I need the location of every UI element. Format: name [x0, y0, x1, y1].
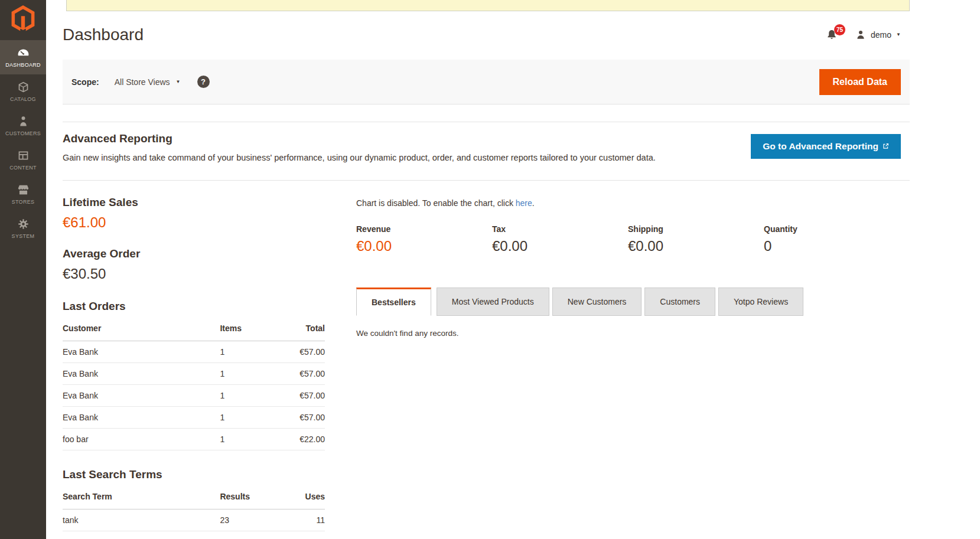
stores-shop-icon	[17, 184, 30, 196]
customer-cell: foo bar	[63, 429, 220, 450]
column-header[interactable]: Uses	[281, 488, 325, 509]
sidebar-item-catalog[interactable]: CATALOG	[0, 74, 46, 109]
results-cell: 23	[220, 509, 280, 531]
sidebar-item-label: CATALOG	[10, 96, 36, 102]
customer-cell: Eva Bank	[63, 363, 220, 385]
column-header[interactable]: Customer	[63, 320, 220, 341]
items-cell: 1	[220, 341, 280, 363]
revenue-value: €0.00	[356, 238, 492, 254]
column-header[interactable]: Search Term	[63, 488, 220, 509]
customer-cell: Eva Bank	[63, 341, 220, 363]
tab-yotpo-reviews[interactable]: Yotpo Reviews	[718, 288, 803, 316]
last-search-terms-table: Search Term Results Uses tank 23 11	[63, 488, 325, 531]
total-cell: €57.00	[281, 363, 325, 385]
average-order-title: Average Order	[63, 247, 325, 260]
chart-disabled-text: Chart is disabled. To enable the chart, …	[356, 198, 516, 208]
help-icon[interactable]: ?	[197, 76, 210, 88]
empty-records-message: We couldn't find any records.	[356, 329, 910, 338]
external-link-icon	[883, 141, 889, 152]
main-content: Dashboard 75 demo ▼ Scope: All Store Vie…	[46, 0, 980, 531]
uses-cell: 11	[281, 509, 325, 531]
store-view-switcher[interactable]: All Store Views ▼	[115, 77, 181, 87]
total-cell: €57.00	[281, 341, 325, 363]
column-header[interactable]: Results	[220, 488, 280, 509]
dashboard-gauge-icon	[17, 47, 30, 59]
tab-most-viewed-products[interactable]: Most Viewed Products	[437, 288, 549, 316]
content-page-icon	[17, 149, 30, 162]
quantity-total: Quantity 0	[764, 224, 900, 254]
admin-sidebar: DASHBOARD CATALOG CUSTOMERS CONTENT STOR…	[0, 0, 46, 539]
notification-banner	[66, 0, 910, 11]
sidebar-item-stores[interactable]: STORES	[0, 177, 46, 211]
customers-person-icon	[17, 115, 30, 128]
sidebar-item-dashboard[interactable]: DASHBOARD	[0, 40, 46, 74]
table-row[interactable]: Eva Bank 1 €57.00	[63, 385, 325, 407]
totals-row: Revenue €0.00 Tax €0.00 Shipping €0.00 Q…	[356, 224, 910, 254]
items-cell: 1	[220, 363, 280, 385]
last-search-terms-title: Last Search Terms	[63, 468, 325, 481]
quantity-value: 0	[764, 238, 900, 254]
search-term-cell: tank	[63, 509, 220, 531]
table-header-row: Customer Items Total	[63, 320, 325, 341]
total-cell: €22.00	[281, 429, 325, 450]
enable-chart-link[interactable]: here	[516, 198, 532, 208]
chevron-down-icon: ▼	[176, 80, 181, 84]
sidebar-item-label: CUSTOMERS	[5, 130, 41, 136]
table-row[interactable]: tank 23 11	[63, 509, 325, 531]
user-avatar-icon	[855, 30, 866, 40]
user-menu[interactable]: demo ▼	[855, 30, 901, 40]
notification-count-badge: 75	[834, 24, 845, 35]
dashboard-right-column: Chart is disabled. To enable the chart, …	[356, 196, 910, 531]
dashboard-grid: Lifetime Sales €61.00 Average Order €30.…	[63, 196, 910, 531]
scope-label: Scope:	[71, 77, 99, 87]
sidebar-item-customers[interactable]: CUSTOMERS	[0, 109, 46, 143]
total-cell: €57.00	[281, 385, 325, 407]
sidebar-item-content[interactable]: CONTENT	[0, 143, 46, 177]
username: demo	[871, 30, 891, 40]
table-row[interactable]: Eva Bank 1 €57.00	[63, 363, 325, 385]
magento-logo-icon	[11, 5, 35, 35]
table-row[interactable]: Eva Bank 1 €57.00	[63, 407, 325, 429]
system-gear-icon	[17, 218, 30, 230]
scope-toolbar: Scope: All Store Views ▼ ? Reload Data	[63, 60, 910, 104]
average-order-value: €30.50	[63, 266, 325, 282]
customer-cell: Eva Bank	[63, 385, 220, 407]
chart-disabled-notice: Chart is disabled. To enable the chart, …	[356, 198, 910, 208]
sidebar-item-label: DASHBOARD	[5, 62, 41, 68]
sidebar-item-label: STORES	[12, 199, 35, 205]
table-row[interactable]: foo bar 1 €22.00	[63, 429, 325, 450]
reload-data-button[interactable]: Reload Data	[819, 69, 901, 95]
tax-total: Tax €0.00	[492, 224, 628, 254]
page-header: Dashboard 75 demo ▼	[63, 11, 910, 60]
dashboard-tabs: Bestsellers Most Viewed Products New Cus…	[356, 288, 910, 316]
sidebar-item-label: SYSTEM	[12, 233, 35, 239]
page-title: Dashboard	[63, 25, 144, 44]
advanced-reporting-section: Advanced Reporting Gain new insights and…	[63, 122, 910, 181]
revenue-label: Revenue	[356, 224, 492, 234]
notifications-button[interactable]: 75	[826, 29, 838, 41]
lifetime-sales-title: Lifetime Sales	[63, 196, 325, 209]
tab-new-customers[interactable]: New Customers	[552, 288, 642, 316]
column-header[interactable]: Items	[220, 320, 280, 341]
last-orders-table: Customer Items Total Eva Bank 1 €57.00 E…	[63, 320, 325, 450]
sidebar-item-system[interactable]: SYSTEM	[0, 211, 46, 246]
go-to-advanced-reporting-button[interactable]: Go to Advanced Reporting	[751, 134, 901, 159]
sidebar-item-label: CONTENT	[9, 165, 37, 171]
tab-bestsellers[interactable]: Bestsellers	[356, 288, 431, 316]
quantity-label: Quantity	[764, 224, 900, 234]
table-header-row: Search Term Results Uses	[63, 488, 325, 509]
shipping-total: Shipping €0.00	[628, 224, 764, 254]
lifetime-sales-value: €61.00	[63, 214, 325, 231]
items-cell: 1	[220, 385, 280, 407]
chevron-down-icon: ▼	[896, 32, 901, 37]
tab-customers[interactable]: Customers	[644, 288, 715, 316]
shipping-value: €0.00	[628, 238, 764, 254]
items-cell: 1	[220, 407, 280, 429]
total-cell: €57.00	[281, 407, 325, 429]
shipping-label: Shipping	[628, 224, 764, 234]
column-header[interactable]: Total	[281, 320, 325, 341]
store-view-value: All Store Views	[115, 77, 170, 87]
tax-value: €0.00	[492, 238, 628, 254]
table-row[interactable]: Eva Bank 1 €57.00	[63, 341, 325, 363]
magento-logo[interactable]	[0, 0, 46, 40]
